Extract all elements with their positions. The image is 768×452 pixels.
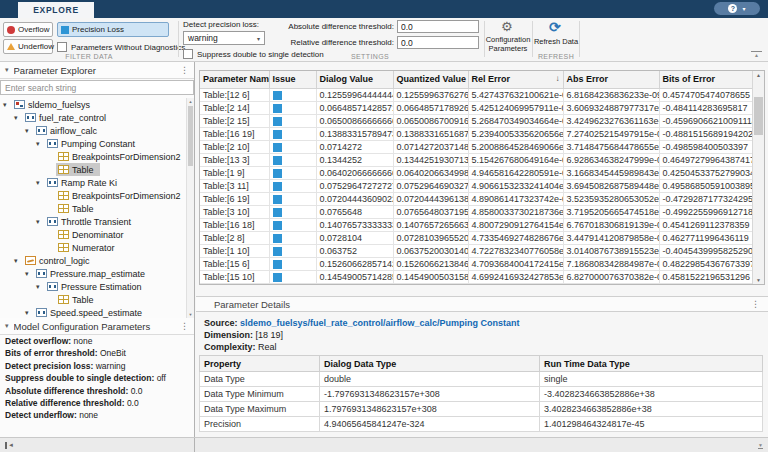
precision-loss-filter-button[interactable]: Precision Loss bbox=[57, 22, 169, 37]
cell-issue[interactable] bbox=[269, 88, 316, 101]
cell-rel[interactable]: 5.2394005335620656e-08 bbox=[468, 127, 563, 140]
cell-abs[interactable]: 6.767018306819139e-09 bbox=[563, 218, 659, 231]
tree-caret-icon[interactable]: ▾ bbox=[36, 140, 45, 148]
cell-issue[interactable] bbox=[269, 114, 316, 127]
table-row[interactable]: Table:[16 19]0.1388331578947370.13883316… bbox=[200, 127, 752, 140]
cell-dialog[interactable]: 0.0664857142857143 bbox=[316, 101, 393, 114]
absolute-threshold-input[interactable] bbox=[397, 20, 479, 33]
prop-row[interactable]: Data Type Minimum-1.7976931348623157e+30… bbox=[200, 387, 763, 402]
cell-issue[interactable] bbox=[269, 179, 316, 192]
tree-item-core[interactable]: Pumping Constant bbox=[45, 137, 141, 150]
tree-item[interactable]: Denominator bbox=[0, 228, 186, 241]
tree-scrollbar[interactable]: ▲ ▼ bbox=[186, 98, 194, 318]
checkbox-icon[interactable] bbox=[57, 42, 67, 52]
table-row[interactable]: Table:[2 8]0.07281040.072810396552085884… bbox=[200, 231, 752, 244]
cell-issue[interactable] bbox=[269, 257, 316, 270]
cell-bits[interactable]: 0.46497279964387417 bbox=[659, 153, 752, 166]
cell-bits[interactable]: -0.4992255996912718 bbox=[659, 205, 752, 218]
scroll-down-icon[interactable]: ▼ bbox=[753, 277, 764, 283]
tree-item-core[interactable]: BreakpointsForDimension2 bbox=[56, 150, 186, 163]
cell-parameter-name[interactable]: Table:[13 3] bbox=[200, 153, 269, 166]
tree-item[interactable]: Table bbox=[0, 293, 186, 306]
table-row[interactable]: Table:[12 6]0.1255996444444440.125599637… bbox=[200, 88, 752, 101]
cell-issue[interactable] bbox=[269, 218, 316, 231]
cell-bits[interactable]: -0.498598400503397 bbox=[659, 140, 752, 153]
kebab-menu-icon[interactable]: ⋮ bbox=[180, 65, 189, 75]
cell-issue[interactable] bbox=[269, 231, 316, 244]
cell-dialog[interactable]: 0.0752964727272727 bbox=[316, 179, 393, 192]
tree-item-core[interactable]: Table bbox=[56, 202, 100, 215]
cell-issue[interactable] bbox=[269, 101, 316, 114]
cell-abs[interactable]: 6.928634638247999e-09 bbox=[563, 153, 659, 166]
cell-abs[interactable]: 3.1668345445989843e-09 bbox=[563, 166, 659, 179]
tree-item-core[interactable]: Ramp Rate Ki bbox=[45, 176, 123, 189]
refresh-icon[interactable]: ⟳ bbox=[549, 20, 561, 34]
column-header-quantized-value[interactable]: Quantized Value bbox=[393, 71, 468, 88]
cell-issue[interactable] bbox=[269, 244, 316, 257]
cell-rel[interactable]: 5.427437632100621e-08 bbox=[468, 88, 563, 101]
collapse-caret-icon[interactable]: ▾ bbox=[5, 66, 9, 74]
configuration-parameters-button[interactable]: Configuration Parameters bbox=[483, 35, 533, 53]
cell-dialog[interactable]: 0.152606628571429 bbox=[316, 257, 393, 270]
scroll-up-icon[interactable]: ▲ bbox=[187, 98, 194, 105]
cell-parameter-name[interactable]: Table:[3 10] bbox=[200, 205, 269, 218]
tree-caret-icon[interactable]: ▾ bbox=[25, 270, 34, 278]
collapse-panel-icon[interactable]: ◄ bbox=[5, 442, 14, 449]
tree-item-core[interactable]: Denominator bbox=[56, 228, 130, 241]
cell-quantized[interactable]: 0.07529646903276443 bbox=[393, 179, 468, 192]
tree-item-core[interactable]: airflow_calc bbox=[34, 124, 103, 137]
table-row[interactable]: Table:[1 10]0.0637520.063752003014087684… bbox=[200, 244, 752, 257]
tree-item[interactable]: ▾airflow_calc bbox=[0, 124, 186, 137]
column-header-bits-of-error[interactable]: Bits of Error bbox=[659, 71, 752, 88]
scroll-up-icon[interactable]: ▲ bbox=[753, 72, 764, 78]
scroll-down-icon[interactable]: ▼ bbox=[187, 311, 194, 318]
cell-bits[interactable]: 0.42504533752799034 bbox=[659, 166, 752, 179]
table-row[interactable]: Table:[2 14]0.06648571428571430.06648571… bbox=[200, 101, 752, 114]
params-without-diagnostics-checkbox-row[interactable]: Parameters Without Diagnostics bbox=[57, 42, 185, 52]
gear-icon[interactable]: ⚙ bbox=[501, 20, 513, 33]
cell-parameter-name[interactable]: Table:[15 6] bbox=[200, 257, 269, 270]
underflow-filter-button[interactable]: Underflow bbox=[3, 39, 53, 54]
cell-bits[interactable]: 0.4574705474078655 bbox=[659, 88, 752, 101]
scrollbar-thumb[interactable] bbox=[188, 106, 193, 166]
tree-item-core[interactable]: Numerator bbox=[56, 241, 121, 254]
cell-dialog[interactable]: 0.1344252 bbox=[316, 153, 393, 166]
cell-quantized[interactable]: 0.1407657265663147 bbox=[393, 218, 468, 231]
cell-rel[interactable]: 5.2008864528469066e-08 bbox=[468, 140, 563, 153]
cell-abs[interactable]: 7.186808342884987e-09 bbox=[563, 257, 659, 270]
tree-item[interactable]: ▾Pumping Constant bbox=[0, 137, 186, 150]
cell-quantized[interactable]: 0.12559963762760162 bbox=[393, 88, 468, 101]
table-row[interactable]: Table:[3 11]0.07529647272727270.07529646… bbox=[200, 179, 752, 192]
column-header-abs-error[interactable]: Abs Error bbox=[563, 71, 659, 88]
cell-bits[interactable]: -0.4729287177324295 bbox=[659, 192, 752, 205]
column-header-dialog-value[interactable]: Dialog Value bbox=[316, 71, 393, 88]
cell-abs[interactable]: 3.447914120879858e-09 bbox=[563, 231, 659, 244]
cell-issue[interactable] bbox=[269, 127, 316, 140]
cell-bits[interactable]: 0.4541269112378359 bbox=[659, 218, 752, 231]
cell-quantized[interactable]: 0.15260662138462067 bbox=[393, 257, 468, 270]
tree-item[interactable]: BreakpointsForDimension2 bbox=[0, 150, 186, 163]
column-header-parameter-name[interactable]: Parameter Name bbox=[200, 71, 269, 88]
cell-parameter-name[interactable]: Table:[15 10] bbox=[200, 270, 269, 283]
cell-dialog[interactable]: 0.140765733333333 bbox=[316, 218, 393, 231]
table-row[interactable] bbox=[200, 283, 752, 285]
cell-quantized[interactable]: 0.07281039655208588 bbox=[393, 231, 468, 244]
column-header-rel-error[interactable]: Rel Error↓ bbox=[468, 71, 563, 88]
cell-quantized[interactable]: 0.06500867009162903 bbox=[393, 114, 468, 127]
tree-item-core[interactable]: Throttle Transient bbox=[45, 215, 137, 228]
tree-caret-icon[interactable]: ▾ bbox=[25, 309, 34, 317]
cell-rel[interactable]: 4.7093684004172415e-08 bbox=[468, 257, 563, 270]
cell-rel[interactable]: 5.425124069957911e-08 bbox=[468, 101, 563, 114]
tree-caret-icon[interactable]: ▾ bbox=[25, 127, 34, 135]
table-row[interactable]: Table:[16 18]0.1407657333333330.14076572… bbox=[200, 218, 752, 231]
cell-rel[interactable] bbox=[468, 283, 563, 285]
tree-item[interactable]: Table bbox=[0, 202, 186, 215]
tree-item[interactable]: ▾fuel_rate_control bbox=[0, 111, 186, 124]
tree-item[interactable]: ▾Pressure.map_estimate bbox=[0, 267, 186, 280]
tree-item-core[interactable]: Pressure.map_estimate bbox=[34, 267, 151, 280]
cell-bits[interactable]: 0.48229854367673397 bbox=[659, 257, 752, 270]
table-row[interactable]: Table:[13 3]0.13442520.13442519307136536… bbox=[200, 153, 752, 166]
cell-dialog[interactable]: 0.125599644444444 bbox=[316, 88, 393, 101]
table-row[interactable]: Table:[2 15]0.06500866666666670.06500867… bbox=[200, 114, 752, 127]
cell-issue[interactable] bbox=[269, 140, 316, 153]
